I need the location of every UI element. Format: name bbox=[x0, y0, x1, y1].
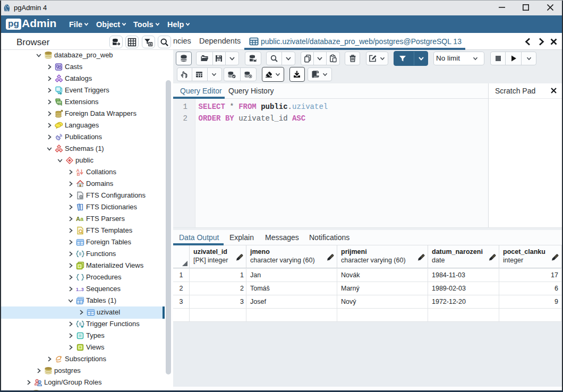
svg-text:1..3: 1..3 bbox=[76, 287, 84, 292]
svg-text:A: A bbox=[76, 216, 80, 222]
svg-text:B: B bbox=[77, 172, 80, 177]
svg-text:a: a bbox=[80, 216, 84, 222]
